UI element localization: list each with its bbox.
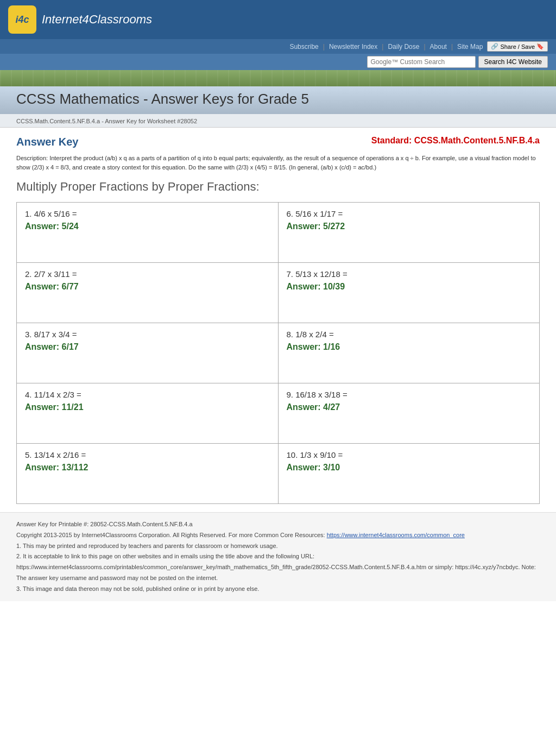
- page-title-bar: CCSS Mathematics - Answer Keys for Grade…: [0, 86, 556, 114]
- problem-answer-2: Answer: 6/77: [25, 282, 270, 292]
- problem-question-2: 2. 2/7 x 3/11 =: [25, 269, 270, 279]
- problem-row: 3. 8/17 x 3/4 = Answer: 6/17 8. 1/8 x 2/…: [17, 323, 539, 383]
- problem-question-3: 3. 8/17 x 3/4 =: [25, 330, 270, 339]
- nav-daily-dose[interactable]: Daily Dose: [388, 43, 419, 51]
- problem-question-5: 5. 13/14 x 2/16 =: [25, 450, 270, 459]
- problem-cell-7: 7. 5/13 x 12/18 = Answer: 10/39: [279, 263, 540, 323]
- problem-answer-8: Answer: 1/16: [287, 342, 532, 352]
- nav-site-map[interactable]: Site Map: [457, 43, 483, 51]
- problem-cell-8: 8. 1/8 x 2/4 = Answer: 1/16: [279, 323, 540, 383]
- answer-key-header: Answer Key Standard: CCSS.Math.Content.5…: [16, 136, 540, 148]
- footer-note2: 2. It is acceptable to link to this page…: [16, 551, 540, 562]
- problem-row: 1. 4/6 x 5/16 = Answer: 5/24 6. 5/16 x 1…: [17, 203, 539, 263]
- problem-cell-9: 9. 16/18 x 3/18 = Answer: 4/27: [279, 383, 540, 443]
- logo-icon: i4c: [8, 5, 36, 34]
- bookmark-icon: 🔖: [536, 43, 544, 50]
- problem-row: 2. 2/7 x 3/11 = Answer: 6/77 7. 5/13 x 1…: [17, 263, 539, 323]
- footer-copyright-link[interactable]: https://www.internet4classrooms.com/comm…: [327, 532, 465, 538]
- problem-question-6: 6. 5/16 x 1/17 =: [287, 209, 532, 218]
- banner-image: [0, 70, 556, 86]
- problem-row: 4. 11/14 x 2/3 = Answer: 11/21 9. 16/18 …: [17, 383, 539, 444]
- problem-question-9: 9. 16/18 x 3/18 =: [287, 390, 532, 399]
- footer-copyright: Copyright 2013-2015 by Internet4Classroo…: [16, 530, 540, 541]
- problem-row: 5. 13/14 x 2/16 = Answer: 13/112 10. 1/3…: [17, 444, 539, 503]
- footer-printable-ref: Answer Key for Printable #: 28052-CCSS.M…: [16, 519, 540, 530]
- nav-bar: Subscribe | Newsletter Index | Daily Dos…: [0, 39, 556, 54]
- answer-key-title: Answer Key: [16, 136, 79, 148]
- problem-answer-1: Answer: 5/24: [25, 222, 270, 231]
- footer-note3: 3. This image and data thereon may not b…: [16, 584, 540, 595]
- problem-grid: 1. 4/6 x 5/16 = Answer: 5/24 6. 5/16 x 1…: [16, 202, 540, 504]
- problem-question-4: 4. 11/14 x 2/3 =: [25, 390, 270, 399]
- nav-newsletter-index[interactable]: Newsletter Index: [329, 43, 377, 51]
- problem-cell-1: 1. 4/6 x 5/16 = Answer: 5/24: [17, 203, 279, 262]
- search-bar: Search I4C Website: [0, 54, 556, 70]
- problem-cell-10: 10. 1/3 x 9/10 = Answer: 3/10: [279, 444, 540, 503]
- problem-question-7: 7. 5/13 x 12/18 =: [287, 269, 532, 279]
- search-button[interactable]: Search I4C Website: [478, 56, 548, 68]
- footer: Answer Key for Printable #: 28052-CCSS.M…: [0, 512, 556, 601]
- header: i4c Internet4Classrooms: [0, 0, 556, 39]
- problem-cell-5: 5. 13/14 x 2/16 = Answer: 13/112: [17, 444, 279, 503]
- problem-answer-4: Answer: 11/21: [25, 402, 270, 412]
- breadcrumb-bar: CCSS.Math.Content.5.NF.B.4.a - Answer Ke…: [0, 114, 556, 128]
- problem-answer-9: Answer: 4/27: [287, 402, 532, 412]
- footer-url: https://www.internet4classrooms.com/prin…: [16, 562, 540, 584]
- page-title: CCSS Mathematics - Answer Keys for Grade…: [16, 91, 540, 108]
- problem-answer-10: Answer: 3/10: [287, 463, 532, 472]
- nav-about[interactable]: About: [430, 43, 447, 51]
- problem-question-8: 8. 1/8 x 2/4 =: [287, 330, 532, 339]
- share-icon: 🔗: [491, 43, 498, 50]
- content-area: Answer Key Standard: CCSS.Math.Content.5…: [0, 128, 556, 512]
- description-text: Description: Interpret the product (a/b)…: [16, 154, 540, 172]
- problem-question-10: 10. 1/3 x 9/10 =: [287, 450, 532, 459]
- problem-question-1: 1. 4/6 x 5/16 =: [25, 209, 270, 218]
- share-save-button[interactable]: 🔗 Share / Save 🔖: [487, 41, 548, 52]
- logo-area: i4c Internet4Classrooms: [8, 5, 152, 34]
- problem-answer-6: Answer: 5/272: [287, 222, 532, 231]
- nav-subscribe[interactable]: Subscribe: [289, 43, 318, 51]
- problem-answer-5: Answer: 13/112: [25, 463, 270, 472]
- problem-answer-3: Answer: 6/17: [25, 342, 270, 352]
- section-title: Multiply Proper Fractions by Proper Frac…: [16, 180, 540, 194]
- site-name: Internet4Classrooms: [42, 12, 152, 27]
- standard-label: Standard: CCSS.Math.Content.5.NF.B.4.a: [371, 136, 540, 146]
- problem-cell-4: 4. 11/14 x 2/3 = Answer: 11/21: [17, 383, 279, 443]
- breadcrumb: CCSS.Math.Content.5.NF.B.4.a - Answer Ke…: [16, 118, 197, 124]
- problem-cell-2: 2. 2/7 x 3/11 = Answer: 6/77: [17, 263, 279, 323]
- footer-note1: 1. This may be printed and reproduced by…: [16, 541, 540, 552]
- problem-cell-3: 3. 8/17 x 3/4 = Answer: 6/17: [17, 323, 279, 383]
- problem-answer-7: Answer: 10/39: [287, 282, 532, 292]
- problem-cell-6: 6. 5/16 x 1/17 = Answer: 5/272: [279, 203, 540, 262]
- search-input[interactable]: [367, 56, 476, 68]
